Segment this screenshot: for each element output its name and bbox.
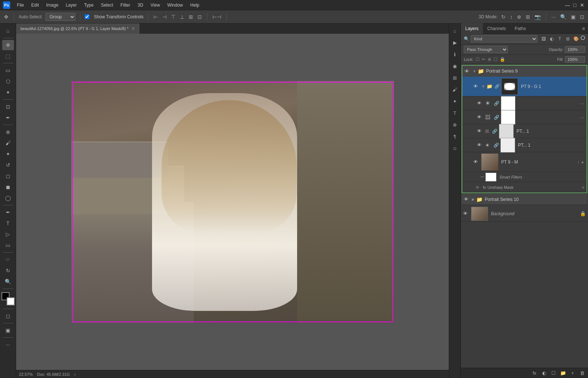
crop-tool[interactable]: ⊡	[2, 102, 14, 112]
artboard-tool[interactable]: ⬚	[2, 51, 14, 61]
menu-3d[interactable]: 3D	[134, 1, 146, 9]
delete-layer-btn[interactable]: 🗑	[578, 370, 586, 377]
align-top-btn[interactable]: ⊥	[179, 13, 185, 21]
zoom-tool[interactable]: 🔍	[2, 276, 14, 287]
minimize-button[interactable]: —	[565, 2, 570, 8]
vbar-home-btn[interactable]: ⌂	[450, 26, 460, 36]
panel-layout-btn[interactable]: ▣	[570, 13, 576, 21]
workspace-btn[interactable]: ⊡	[579, 13, 585, 21]
layer-group-portrait10[interactable]: 👁 ▶ 📁 Portrait Series 10	[462, 194, 587, 205]
filter-pixel-icon[interactable]: 🖼	[540, 36, 547, 42]
lock-all-icon[interactable]: 🔒	[500, 57, 505, 62]
vbar-brush-btn[interactable]: 🖌	[450, 84, 460, 95]
align-center-v-btn[interactable]: ⊞	[188, 13, 194, 21]
layer-mask-adj-row[interactable]: 👁 🖼 🔗 ···	[462, 110, 587, 124]
tab-layers[interactable]: Layers	[461, 23, 483, 34]
show-transform-checkbox[interactable]	[85, 14, 89, 19]
menu-layer[interactable]: Layer	[63, 1, 79, 9]
layer-brightness1-row[interactable]: 👁 ☀ 🔗 ···	[462, 96, 587, 110]
home-tool[interactable]: ⌂	[2, 26, 14, 36]
more-tools-btn[interactable]: ···	[2, 340, 14, 350]
gradient-tool[interactable]: ◼	[2, 182, 14, 192]
menu-filter[interactable]: Filter	[118, 1, 133, 9]
search-btn[interactable]: 🔍	[559, 13, 567, 21]
blend-mode-dropdown[interactable]: Pass Through Normal Multiply Screen	[464, 46, 508, 53]
vbar-clone-btn[interactable]: ✦	[450, 96, 460, 106]
magic-wand-tool[interactable]: ✦	[2, 87, 14, 98]
tab-paths[interactable]: Paths	[510, 23, 530, 34]
document-tab[interactable]: beautiful-1274056.jpg @ 22.6% (PT 9 - G …	[16, 23, 140, 34]
filter-toggle[interactable]	[581, 36, 585, 40]
bg-eye[interactable]: 👁	[463, 211, 469, 216]
kind-filter-dropdown[interactable]: Kind	[471, 35, 537, 43]
layer-pt1-smart-row[interactable]: 👁 ⊞ 🔗 PT... 1	[462, 124, 587, 138]
lock-artboard-icon[interactable]: ☐	[493, 57, 498, 62]
nav-arrow[interactable]: ›	[74, 372, 76, 377]
auto-select-dropdown[interactable]: Group Layer	[45, 13, 75, 21]
align-left-btn[interactable]: ⊢	[153, 13, 159, 21]
unsharp-options-icon[interactable]: ≡	[582, 185, 584, 190]
layer-maskadj-more[interactable]: ···	[580, 114, 584, 120]
screen-mode-btn[interactable]: ▣	[2, 325, 14, 335]
menu-select[interactable]: Select	[98, 1, 116, 9]
align-bottom-btn[interactable]: ⊡	[197, 13, 203, 21]
add-mask-btn[interactable]: ☐	[550, 370, 557, 377]
panel-menu-btn[interactable]: ≡	[579, 24, 588, 33]
canvas-image[interactable]	[71, 81, 394, 323]
healing-tool[interactable]: ⊕	[2, 127, 14, 137]
3d-pan-btn[interactable]: ↕	[509, 13, 513, 21]
more-options-btn[interactable]: ···	[551, 13, 556, 21]
layer-br1-more[interactable]: ···	[580, 100, 584, 106]
filter-type-icon[interactable]: T	[556, 36, 563, 42]
dodge-tool[interactable]: ◯	[2, 193, 14, 203]
menu-type[interactable]: Type	[81, 1, 96, 9]
menu-image[interactable]: Image	[43, 1, 61, 9]
vbar-color-btn[interactable]: ◉	[450, 61, 460, 71]
layer-pt1s-eye[interactable]: 👁	[477, 128, 483, 134]
3d-cam-btn[interactable]: 📷	[534, 13, 541, 21]
path-selection-tool[interactable]: ▷	[2, 229, 14, 239]
opacity-value[interactable]: 100%	[565, 46, 585, 53]
quick-mask-tool[interactable]: ◻	[2, 311, 14, 321]
eraser-tool[interactable]: ◻	[2, 171, 14, 181]
lasso-tool[interactable]: ⬡	[2, 76, 14, 87]
layer-maskadj-eye[interactable]: 👁	[477, 114, 483, 120]
move-tool[interactable]: ✥	[2, 40, 14, 50]
lock-transparent-icon[interactable]: ☐	[476, 57, 480, 62]
layer-pt9m-row[interactable]: 👁 PT 9 - M ↕ ▲	[462, 152, 587, 172]
layer-pt9-g1-row[interactable]: 👁 ▼ 📁 🔗 PT 9 - G 1	[462, 77, 587, 96]
vbar-info-btn[interactable]: ℹ	[450, 49, 460, 59]
filter-adjust-icon[interactable]: ◐	[548, 36, 555, 42]
fill-value[interactable]: 100%	[565, 56, 585, 63]
vbar-shapes-btn[interactable]: ⊕	[450, 120, 460, 130]
menu-window[interactable]: Window	[164, 1, 186, 9]
vbar-type-btn[interactable]: T	[450, 108, 460, 118]
align-right-btn[interactable]: ⊤	[170, 13, 176, 21]
layer-br1-eye[interactable]: 👁	[477, 100, 483, 106]
history-brush-tool[interactable]: ↺	[2, 160, 14, 170]
vbar-puppet-btn[interactable]: ☺	[450, 143, 460, 153]
new-group-btn[interactable]: 📁	[559, 370, 567, 377]
close-button[interactable]: ✕	[579, 2, 585, 8]
lock-position-icon[interactable]: ⊕	[488, 57, 491, 62]
eyedropper-tool[interactable]: ✒	[2, 113, 14, 123]
pen-tool[interactable]: ✒	[2, 207, 14, 217]
group10-eye[interactable]: 👁	[464, 197, 470, 202]
shape-tool[interactable]: ▭	[2, 240, 14, 250]
unsharp-mask-row[interactable]: ≋ fx Unsharp Mask ≡	[462, 182, 587, 192]
tab-close-btn[interactable]: ✕	[132, 26, 135, 31]
add-fx-btn[interactable]: fx	[531, 370, 538, 377]
vbar-play-btn[interactable]: ▶	[450, 37, 460, 48]
3d-zoom-btn[interactable]: ⊕	[516, 13, 522, 21]
group10-expand[interactable]: ▶	[472, 197, 475, 201]
layer-expand-pt9g1[interactable]: ▼	[481, 84, 485, 88]
layer-pt9m-eye[interactable]: 👁	[473, 159, 479, 165]
layer-pt1-brsmart-row[interactable]: 👁 ☀ 🔗 PT... 1	[462, 138, 587, 152]
group-eye-icon[interactable]: 👁	[465, 69, 470, 74]
marquee-tool[interactable]: ▭	[2, 65, 14, 76]
rotate-view-tool[interactable]: ↻	[2, 265, 14, 276]
group-expand-icon[interactable]: ▼	[473, 69, 476, 73]
menu-view[interactable]: View	[148, 1, 163, 9]
menu-edit[interactable]: Edit	[28, 1, 42, 9]
3d-rotate-btn[interactable]: ↻	[500, 13, 506, 21]
